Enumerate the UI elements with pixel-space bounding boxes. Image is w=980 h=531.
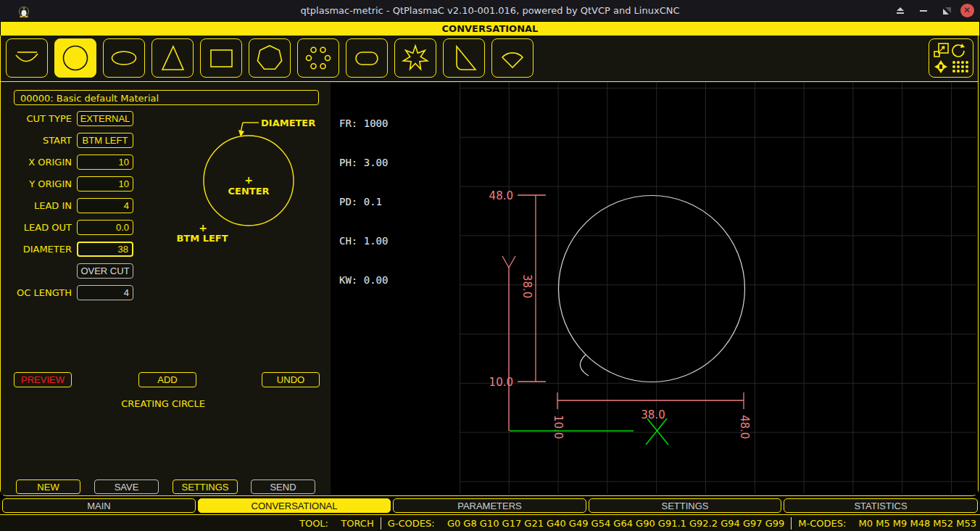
- oc-length-label: OC LENGTH: [1, 287, 72, 298]
- shape-toolbar: [1, 36, 978, 82]
- shade-window-button[interactable]: [893, 4, 908, 17]
- start-position-button[interactable]: BTM LEFT: [77, 133, 133, 148]
- tab-parameters[interactable]: PARAMETERS: [393, 498, 586, 513]
- dim-x-right: 48.0: [738, 415, 751, 439]
- window-title: qtplasmac-metric - QtPlasmaC v2.10-001.0…: [0, 0, 980, 21]
- gcode-preview-plot: 48.0 10.0 38.0 38.0 10.0 48.0: [331, 83, 978, 495]
- shape-ellipse-button[interactable]: [103, 38, 145, 78]
- y-origin-label: Y ORIGIN: [1, 178, 72, 189]
- main-tab-bar: MAIN CONVERSATIONAL PARAMETERS SETTINGS …: [0, 498, 980, 514]
- shape-input-panel: 00000: Basic default Material CUT TYPE E…: [1, 83, 331, 495]
- center-marker: +: [244, 174, 253, 186]
- dim-x-length: 38.0: [641, 408, 665, 421]
- over-cut-button[interactable]: OVER CUT: [77, 263, 133, 279]
- start-point-x-mark: [647, 419, 668, 445]
- dim-y-length: 38.0: [520, 274, 533, 298]
- preview-canvas: FR: 1000 PH: 3.00 PD: 0.1 CH: 1.00 KW: 0…: [331, 83, 978, 495]
- shape-polygon-button[interactable]: [249, 38, 291, 78]
- send-button[interactable]: SEND: [251, 479, 315, 494]
- btm-left-marker: +: [199, 222, 207, 234]
- settings-button[interactable]: SETTINGS: [173, 479, 238, 494]
- tool-value: TORCH: [341, 518, 373, 529]
- cut-type-button[interactable]: EXTERNAL: [77, 111, 133, 126]
- sector-icon: [497, 43, 528, 73]
- bolt-circle-icon: [303, 43, 333, 73]
- shape-transform-button[interactable]: [929, 38, 973, 78]
- status-bar: TOOL: TORCH G-CODES: G0 G8 G10 G17 G21 G…: [0, 514, 980, 531]
- diagram-diameter-label: DIAMETER: [261, 118, 315, 128]
- save-button[interactable]: SAVE: [94, 479, 159, 494]
- diagram-center-label: CENTER: [228, 186, 269, 197]
- preview-button[interactable]: PREVIEW: [14, 372, 72, 387]
- shape-rectangle-button[interactable]: [200, 38, 242, 78]
- lead-in-label: LEAD IN: [1, 200, 72, 211]
- statusbar-separator: [381, 517, 381, 530]
- lead-out-label: LEAD OUT: [1, 222, 72, 233]
- dimension-lines: [502, 195, 744, 431]
- gcodes-label: G-CODES:: [388, 518, 441, 529]
- tab-statistics[interactable]: STATISTICS: [784, 498, 978, 513]
- polygon-icon: [254, 43, 285, 73]
- mirror-icon: [934, 60, 947, 73]
- shape-gusset-button[interactable]: [443, 38, 485, 78]
- tab-conversational[interactable]: CONVERSATIONAL: [198, 498, 391, 513]
- undo-button[interactable]: UNDO: [262, 372, 320, 387]
- tab-settings[interactable]: SETTINGS: [589, 498, 781, 513]
- triangle-icon: [157, 43, 188, 73]
- star-icon: [400, 43, 431, 73]
- mcodes-value: M0 M5 M9 M48 M52 M53: [859, 518, 976, 529]
- dim-y-top: 48.0: [489, 189, 513, 202]
- mcodes-label: M-CODES:: [798, 518, 852, 529]
- shape-star-button[interactable]: [394, 38, 436, 78]
- lead-out-input[interactable]: [77, 220, 133, 235]
- dim-y-bottom: 10.0: [489, 376, 513, 389]
- lead-in-input[interactable]: [77, 198, 133, 213]
- ellipse-icon: [109, 43, 139, 73]
- scale-icon: [934, 44, 948, 57]
- diameter-label: DIAMETER: [1, 244, 72, 255]
- add-button[interactable]: ADD: [138, 372, 196, 387]
- title-bar: qtplasmac-metric - QtPlasmaC v2.10-001.0…: [0, 0, 980, 21]
- rectangle-icon: [206, 43, 236, 73]
- shape-circle-button[interactable]: [54, 38, 96, 78]
- line-icon: [12, 43, 42, 73]
- x-origin-label: X ORIGIN: [1, 157, 72, 168]
- material-select[interactable]: 00000: Basic default Material: [14, 90, 319, 105]
- rotate-icon: [952, 44, 965, 57]
- circle-icon: [60, 43, 91, 73]
- shape-line-button[interactable]: [6, 38, 48, 78]
- shape-slot-button[interactable]: [346, 38, 388, 78]
- lead-in-arc: [580, 355, 589, 376]
- dimension-labels: 48.0 10.0 38.0 38.0 10.0 48.0: [489, 189, 751, 439]
- slot-icon: [352, 43, 382, 73]
- y-origin-input[interactable]: [77, 176, 133, 192]
- statusbar-separator: [791, 517, 792, 530]
- conversational-banner: CONVERSATIONAL: [1, 22, 979, 36]
- array-icon: [952, 61, 968, 73]
- start-label: START: [1, 135, 72, 146]
- diameter-input[interactable]: [77, 242, 133, 257]
- minimize-button[interactable]: [916, 4, 931, 17]
- new-button[interactable]: NEW: [16, 479, 80, 494]
- dim-x-left: 10.0: [552, 415, 565, 439]
- shape-triangle-button[interactable]: [151, 38, 194, 78]
- x-origin-input[interactable]: [77, 155, 133, 170]
- close-icon: ✕: [960, 4, 974, 17]
- close-button[interactable]: ✕: [960, 4, 974, 17]
- shape-bolt-circle-button[interactable]: [297, 38, 339, 78]
- cut-type-label: CUT TYPE: [1, 113, 72, 124]
- origin-marks: [510, 419, 668, 445]
- tool-label: TOOL:: [299, 518, 334, 529]
- shape-sector-button[interactable]: [491, 38, 533, 78]
- creating-status-text: CREATING CIRCLE: [1, 398, 325, 409]
- oc-length-input[interactable]: [77, 285, 133, 300]
- diagram-btm-left-label: BTM LEFT: [176, 233, 228, 244]
- gcodes-value: G0 G8 G10 G17 G21 G40 G49 G54 G64 G90 G9…: [447, 518, 784, 529]
- gusset-icon: [449, 43, 479, 73]
- tab-main[interactable]: MAIN: [2, 498, 196, 513]
- circle-toolpath: [559, 196, 745, 382]
- circle-help-diagram: DIAMETER + CENTER + BTM LEFT: [167, 110, 331, 255]
- conversational-pane: 00000: Basic default Material CUT TYPE E…: [0, 36, 979, 496]
- maximize-button[interactable]: [939, 4, 954, 17]
- conversational-content: 00000: Basic default Material CUT TYPE E…: [1, 83, 978, 495]
